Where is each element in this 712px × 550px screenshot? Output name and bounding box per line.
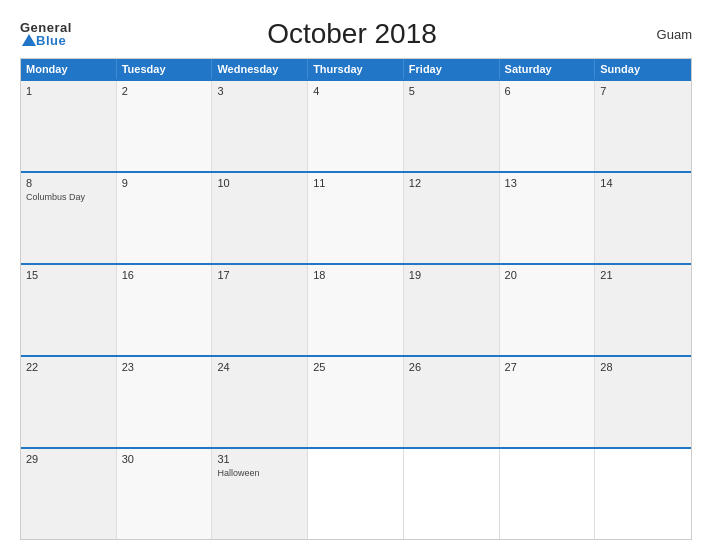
day-number: 8 [26,177,111,189]
day-cell: 19 [404,265,500,355]
week-row-4: 22232425262728 [21,355,691,447]
day-number: 31 [217,453,302,465]
day-number: 4 [313,85,398,97]
day-cell: 1 [21,81,117,171]
day-number: 21 [600,269,686,281]
day-number: 26 [409,361,494,373]
week-row-3: 15161718192021 [21,263,691,355]
weeks-container: 12345678Columbus Day91011121314151617181… [21,79,691,539]
day-number: 5 [409,85,494,97]
calendar-grid: MondayTuesdayWednesdayThursdayFridaySatu… [20,58,692,540]
day-number: 12 [409,177,494,189]
day-cell: 7 [595,81,691,171]
day-cell: 26 [404,357,500,447]
day-number: 13 [505,177,590,189]
logo-triangle-icon [22,34,36,46]
day-number: 24 [217,361,302,373]
day-number: 1 [26,85,111,97]
day-number: 15 [26,269,111,281]
day-cell: 2 [117,81,213,171]
day-cell: 31Halloween [212,449,308,539]
day-cell: 21 [595,265,691,355]
day-cell: 13 [500,173,596,263]
day-number: 3 [217,85,302,97]
day-cell: 24 [212,357,308,447]
day-number: 23 [122,361,207,373]
day-cell: 17 [212,265,308,355]
holiday-label: Columbus Day [26,192,111,202]
day-cell: 14 [595,173,691,263]
day-cell: 8Columbus Day [21,173,117,263]
day-number: 30 [122,453,207,465]
day-number: 14 [600,177,686,189]
day-cell: 30 [117,449,213,539]
day-header-sunday: Sunday [595,59,691,79]
day-header-saturday: Saturday [500,59,596,79]
week-row-5: 293031Halloween [21,447,691,539]
day-header-tuesday: Tuesday [117,59,213,79]
day-number: 16 [122,269,207,281]
day-header-monday: Monday [21,59,117,79]
day-cell: 16 [117,265,213,355]
day-cell: 15 [21,265,117,355]
day-number: 6 [505,85,590,97]
day-cell: 18 [308,265,404,355]
day-cell: 11 [308,173,404,263]
day-cell [404,449,500,539]
day-number: 7 [600,85,686,97]
week-row-2: 8Columbus Day91011121314 [21,171,691,263]
calendar-title: October 2018 [72,18,632,50]
day-number: 9 [122,177,207,189]
day-cell: 6 [500,81,596,171]
day-cell: 10 [212,173,308,263]
day-cell [500,449,596,539]
day-header-thursday: Thursday [308,59,404,79]
day-cell [308,449,404,539]
day-number: 20 [505,269,590,281]
day-number: 17 [217,269,302,281]
day-number: 28 [600,361,686,373]
day-cell: 12 [404,173,500,263]
day-header-wednesday: Wednesday [212,59,308,79]
day-cell: 29 [21,449,117,539]
day-number: 25 [313,361,398,373]
day-cell: 28 [595,357,691,447]
logo: General Blue [20,21,72,47]
calendar-header: General Blue October 2018 Guam [20,18,692,50]
day-headers-row: MondayTuesdayWednesdayThursdayFridaySatu… [21,59,691,79]
calendar-page: General Blue October 2018 Guam MondayTue… [0,0,712,550]
day-cell: 5 [404,81,500,171]
day-number: 2 [122,85,207,97]
day-cell: 3 [212,81,308,171]
day-header-friday: Friday [404,59,500,79]
day-cell: 27 [500,357,596,447]
region-label: Guam [632,27,692,42]
holiday-label: Halloween [217,468,302,478]
day-number: 29 [26,453,111,465]
day-cell: 4 [308,81,404,171]
day-number: 27 [505,361,590,373]
day-cell: 23 [117,357,213,447]
day-number: 18 [313,269,398,281]
day-cell [595,449,691,539]
day-cell: 22 [21,357,117,447]
day-number: 19 [409,269,494,281]
day-number: 11 [313,177,398,189]
day-cell: 20 [500,265,596,355]
day-number: 22 [26,361,111,373]
logo-blue-text: Blue [36,34,66,47]
day-cell: 9 [117,173,213,263]
day-number: 10 [217,177,302,189]
week-row-1: 1234567 [21,79,691,171]
day-cell: 25 [308,357,404,447]
